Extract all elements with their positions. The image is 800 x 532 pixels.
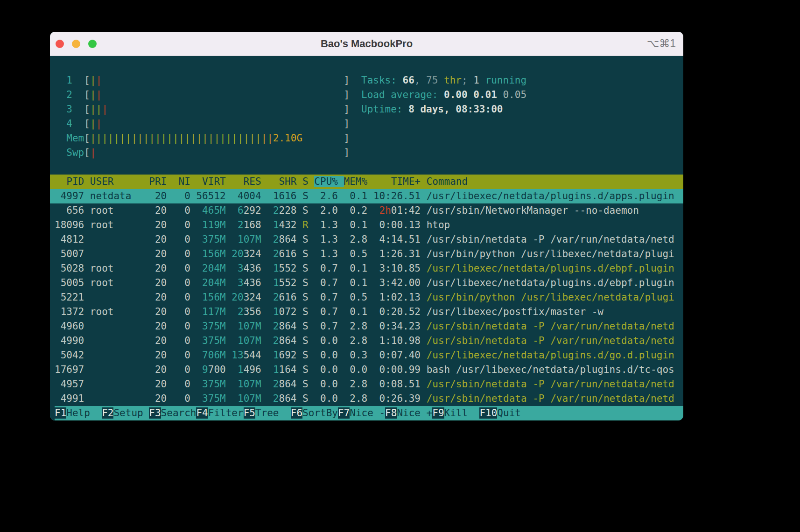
column-header-command[interactable]: Command — [421, 176, 468, 187]
process-row[interactable]: 5005 root 20 0 204M 3436 1552 S 0.7 0.1 … — [50, 276, 683, 290]
column-header-s[interactable]: S — [296, 176, 308, 187]
fbutton-help[interactable]: Help — [66, 407, 102, 419]
fbutton-setup[interactable]: Setup — [113, 407, 149, 419]
cell-time: 0:34.23 — [379, 321, 421, 332]
fkey-f2[interactable]: F2 — [102, 407, 113, 419]
minimize-button[interactable] — [72, 40, 80, 48]
cell-cpu: 0.0 — [309, 350, 338, 361]
fbutton-quit[interactable]: Quit — [497, 407, 521, 419]
column-header-ni[interactable]: NI — [167, 176, 190, 187]
cell-shr-pad — [261, 219, 273, 231]
cell-virt-lo: 700 — [208, 364, 226, 375]
fkey-f5[interactable]: F5 — [244, 407, 255, 419]
cell-time-pad — [367, 350, 379, 361]
column-header-cpu-sorted[interactable]: CPU% — [314, 176, 344, 187]
cell-state: R — [296, 219, 308, 231]
column-header-res[interactable]: RES — [226, 176, 261, 187]
fkey-f1[interactable]: F1 — [55, 407, 66, 419]
cell-time-pad — [367, 277, 379, 288]
cell-cpu: 1.3 — [309, 234, 338, 245]
fbutton-nice--[interactable]: Nice - — [350, 407, 385, 419]
fbutton-search[interactable]: Search — [161, 407, 196, 419]
cell-pid: 5221 — [55, 292, 84, 303]
close-button[interactable] — [56, 40, 64, 48]
system-stats: Tasks: 66, 75 thr; 1 runningLoad average… — [361, 73, 526, 117]
cell-time: 01:42 — [391, 205, 421, 216]
cell-shr-lo: 616 — [279, 190, 297, 202]
cell-virt-hi: 9 — [202, 364, 208, 375]
fkey-f6[interactable]: F6 — [291, 407, 302, 419]
process-row[interactable]: 5221 20 0 156M 20324 2616 S 0.7 0.5 1:02… — [50, 290, 683, 305]
cell-pid: 1372 — [55, 306, 84, 317]
cell-time-pad — [367, 378, 379, 390]
window-titlebar[interactable]: Bao's MacbookPro ⌥⌘1 — [50, 32, 683, 56]
process-row[interactable]: 17697 20 0 9700 1496 1164 S 0.0 0.0 0:00… — [50, 363, 683, 377]
cell-command: /usr/libexec/netdata/plugins.d/ebpf.plug… — [421, 277, 674, 288]
cell-virt-pad — [190, 378, 202, 390]
cell-ni: 0 — [167, 335, 190, 346]
cell-res: 107M — [238, 335, 261, 346]
fbutton-tree[interactable]: Tree — [255, 407, 291, 419]
cell-pri: 20 — [143, 292, 167, 303]
cell-virt-pad — [190, 190, 196, 202]
cell-mem: 0.1 — [338, 263, 367, 274]
process-row[interactable]: 4997 netdata 20 0 56512 4004 1616 S 2.6 … — [50, 189, 683, 203]
terminal-window: Bao's MacbookPro ⌥⌘1 1 [|| ] 2 [|| ] 3 [… — [50, 32, 683, 420]
cell-mem: 0.3 — [338, 350, 367, 361]
cpu-usage-tick: | — [96, 75, 102, 86]
cell-time-pad — [367, 248, 379, 259]
load-average-line-part-1: 0.00 — [444, 89, 473, 100]
memory-meter-label: Mem — [55, 133, 84, 144]
process-row[interactable]: 4960 20 0 375M 107M 2864 S 0.7 2.8 0:34.… — [50, 319, 683, 334]
column-header-time[interactable]: TIME+ — [367, 176, 421, 187]
column-header-pri[interactable]: PRI — [143, 176, 167, 187]
process-row[interactable]: 656 root 20 0 465M 6292 2228 S 2.0 0.2 2… — [50, 203, 683, 218]
cpu-usage-tick: | — [96, 89, 102, 100]
cell-mem: 2.8 — [338, 234, 367, 245]
fkey-f8[interactable]: F8 — [385, 407, 397, 419]
fkey-f3[interactable]: F3 — [149, 407, 161, 419]
process-row[interactable]: 4990 20 0 375M 107M 2864 S 0.0 2.8 1:10.… — [50, 334, 683, 348]
process-row[interactable]: 5007 20 0 156M 20324 2616 S 1.3 0.5 1:26… — [50, 247, 683, 261]
fbutton-filter[interactable]: Filter — [208, 407, 244, 419]
fbutton-sortby[interactable]: SortBy — [302, 407, 338, 419]
cell-ni: 0 — [167, 190, 190, 202]
process-row[interactable]: 4957 20 0 375M 107M 2864 S 0.0 2.8 0:08.… — [50, 377, 683, 392]
cell-shr-lo: 432 — [279, 219, 297, 231]
process-row[interactable]: 1372 root 20 0 117M 2356 1072 S 0.7 0.1 … — [50, 305, 683, 319]
cell-shr-lo: 552 — [279, 277, 297, 288]
column-header-pid[interactable]: PID — [55, 176, 84, 187]
column-header-user[interactable]: USER — [84, 176, 143, 187]
process-row[interactable]: 4812 20 0 375M 107M 2864 S 1.3 2.8 4:14.… — [50, 232, 683, 247]
process-row[interactable]: 4991 20 0 375M 107M 2864 S 0.0 2.8 0:26.… — [50, 392, 683, 406]
cell-virt-pad — [190, 263, 202, 274]
cell-res-pad — [226, 378, 238, 390]
cell-shr-pad — [261, 248, 273, 259]
fkey-f10[interactable]: F10 — [479, 407, 497, 419]
cell-command: /usr/sbin/netdata -P /var/run/netdata/ne… — [421, 393, 674, 404]
process-row[interactable]: 5028 root 20 0 204M 3436 1552 S 0.7 0.1 … — [50, 261, 683, 276]
cell-command: /usr/libexec/netdata/plugins.d/apps.plug… — [421, 190, 674, 202]
cell-time: 0:08.51 — [379, 378, 421, 390]
zoom-button[interactable] — [88, 40, 97, 48]
meter-empty-space — [102, 118, 344, 129]
fkey-f7[interactable]: F7 — [338, 407, 350, 419]
column-header-virt[interactable]: VIRT — [190, 176, 226, 187]
meter-open-bracket: [ — [84, 133, 90, 144]
process-row[interactable]: 5042 20 0 706M 13544 1692 S 0.0 0.3 0:07… — [50, 348, 683, 363]
cell-pid: 5028 — [55, 263, 84, 274]
cell-virt-pad — [190, 219, 202, 231]
fkey-f4[interactable]: F4 — [196, 407, 208, 419]
column-header-gap[interactable] — [309, 176, 315, 187]
cell-user: netdata — [84, 190, 143, 202]
cell-time: 10:26.51 — [373, 190, 421, 202]
cell-pid: 5042 — [55, 350, 84, 361]
process-row[interactable]: 18096 root 20 0 119M 2168 1432 R 1.3 0.1… — [50, 218, 683, 232]
fbutton-nice-+[interactable]: Nice + — [397, 407, 432, 419]
fbutton-kill[interactable]: Kill — [444, 407, 480, 419]
column-header-shr[interactable]: SHR — [261, 176, 297, 187]
column-header-mem[interactable]: MEM% — [344, 176, 368, 187]
cell-shr-pad — [261, 190, 273, 202]
cell-user — [84, 248, 143, 259]
fkey-f9[interactable]: F9 — [432, 407, 444, 419]
